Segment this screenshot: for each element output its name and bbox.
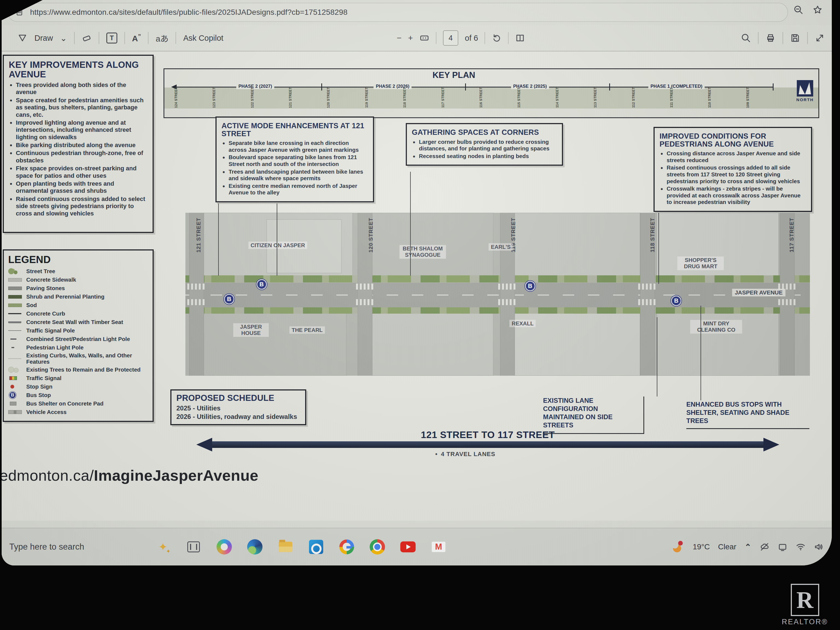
legend-swatch-icon — [8, 374, 24, 382]
legend-item: Vehicle Access — [8, 409, 148, 415]
key-plan-street-label: 113 STREET — [594, 87, 597, 108]
monitor-screen: https://www.edmonton.ca/sites/default/fi… — [2, 0, 832, 565]
gathering-spaces-panel: GATHERING SPACES AT CORNERS Larger corne… — [406, 123, 563, 166]
crosswalk — [187, 284, 205, 290]
text-box-tool-icon[interactable]: T — [106, 33, 117, 43]
ask-copilot-button[interactable]: Ask Copilot — [183, 34, 223, 43]
map-building-label: MINT DRY CLEANING CO — [690, 320, 742, 333]
fit-to-width-icon[interactable] — [420, 33, 429, 43]
legend-item: Stop Sign — [8, 383, 148, 390]
gmail-app-button[interactable]: M — [430, 539, 447, 555]
north-logo-icon — [797, 80, 813, 96]
edge-app-button[interactable] — [246, 539, 263, 555]
legend-swatch-icon — [8, 327, 24, 334]
bullet-item: Space created for pedestrian amenities s… — [9, 97, 148, 118]
toolbar-separator — [74, 32, 75, 44]
bus-stop-letter: B — [9, 392, 16, 399]
bus-stop-icon: B — [671, 295, 681, 306]
google-app-button[interactable] — [338, 539, 355, 555]
search-highlights-icon[interactable]: ✦ ✦ — [155, 539, 171, 555]
panel-title: KEY IMPROVEMENTS ALONG AVENUE — [9, 60, 148, 79]
task-view-button[interactable] — [185, 539, 202, 555]
address-bar[interactable]: https://www.edmonton.ca/sites/default/fi… — [8, 3, 788, 22]
bullet-item: Trees provided along both sides of the a… — [9, 82, 148, 96]
street-range-annotation: 121 STREET TO 117 STREET 4 TRAVEL LANES — [196, 429, 780, 459]
connected-devices-icon[interactable] — [778, 542, 788, 552]
copilot-icon — [216, 539, 232, 554]
phase-tick — [773, 84, 774, 90]
outlook-icon — [309, 540, 323, 554]
crosswalk — [187, 299, 205, 305]
bullet-list: Larger corner bulbs provided to reduce c… — [412, 139, 557, 160]
page-view-icon[interactable] — [515, 33, 525, 43]
url-text[interactable]: https://www.edmonton.ca/sites/default/fi… — [30, 8, 347, 17]
favorites-star-icon[interactable] — [813, 5, 823, 15]
youtube-app-button[interactable] — [400, 539, 416, 555]
key-plan-street-label: 115 STREET — [517, 87, 521, 108]
legend-item: Combined Street/Pedestrian Light Pole — [8, 336, 148, 343]
crosswalk — [498, 284, 516, 290]
zoom-out-icon[interactable] — [794, 5, 804, 15]
schedule-line: 2025 - Utilities — [176, 404, 300, 412]
legend-item: Concrete Seat Wall with Timber Seat — [8, 319, 148, 326]
zoom-out-button[interactable]: − — [397, 33, 402, 43]
callout-label: EXISTING LANE CONFIGURATION MAINTAINED O… — [543, 396, 644, 434]
legend-item-label: Existing Trees to Remain and Be Protecte… — [26, 367, 141, 373]
legend-item-label: Traffic Signal Pole — [26, 328, 75, 334]
legend-item: Pedestrian Light Pole — [8, 344, 148, 351]
key-plan-street-label: 110 STREET — [707, 87, 712, 108]
leader-line — [658, 213, 659, 284]
realtor-label: REALTOR® — [782, 618, 828, 626]
draw-button[interactable]: Draw — [35, 34, 53, 43]
legend-item: Existing Trees to Remain and Be Protecte… — [8, 366, 148, 373]
legend-swatch-icon — [8, 293, 24, 300]
legend-item: B Bus Stop — [8, 392, 148, 399]
north-label: NORTH — [794, 97, 816, 102]
monitor-bezel-corner — [2, 0, 43, 20]
chrome-app-button[interactable] — [369, 539, 385, 555]
rotate-icon[interactable] — [492, 33, 502, 43]
legend-item: Existing Curbs, Walks, Walls, and Other … — [8, 352, 148, 365]
onedrive-paused-icon[interactable] — [759, 542, 769, 552]
bus-stop-icon: B — [224, 294, 234, 304]
youtube-icon — [400, 542, 415, 553]
page-number-input[interactable]: 4 — [443, 30, 458, 46]
legend-item-label: Concrete Sidewalk — [26, 277, 76, 283]
volume-icon[interactable] — [814, 542, 824, 552]
realtor-watermark: R REALTOR® — [782, 584, 828, 626]
zoom-in-button[interactable]: + — [408, 33, 413, 43]
weather-condition[interactable]: Clear — [718, 543, 736, 551]
map-building-label: REXALL — [509, 320, 536, 327]
draw-icon[interactable] — [17, 33, 27, 43]
north-indicator: NORTH — [794, 80, 816, 102]
toolbar-separator — [436, 32, 436, 44]
copilot-app-button[interactable] — [216, 539, 232, 555]
save-icon[interactable] — [790, 33, 800, 43]
taskbar-search-input[interactable]: Type here to search — [9, 542, 84, 552]
wifi-icon[interactable] — [796, 542, 805, 552]
file-explorer-button[interactable] — [277, 539, 294, 555]
weather-temperature[interactable]: 19°C — [693, 543, 710, 551]
tray-chevron-up-icon[interactable]: ⌃ — [745, 542, 752, 552]
legend-swatch-icon — [8, 336, 24, 343]
translate-icon[interactable]: aあ — [156, 32, 169, 44]
expand-icon[interactable] — [815, 33, 825, 43]
outlook-app-button[interactable] — [308, 539, 324, 555]
toolbar-separator — [508, 32, 508, 44]
photo-of-monitor: https://www.edmonton.ca/sites/default/fi… — [0, 0, 840, 630]
draw-caret-icon[interactable]: ⌄ — [60, 33, 67, 43]
site-plan-map: 121 STREET120 STREET119 STREET118 STREET… — [185, 213, 810, 376]
pdf-toolbar: Draw ⌄ T A aあ Ask Copilot − + 4 of 6 — [2, 25, 832, 51]
jasper-avenue-label: JASPER AVENUE — [732, 289, 785, 297]
weather-icon[interactable] — [673, 541, 684, 553]
read-aloud-icon[interactable]: A — [132, 33, 141, 43]
legend-list: Street Tree Concrete Sidewalk Paving Sto… — [8, 268, 148, 415]
print-icon[interactable] — [766, 33, 775, 43]
map-building-block — [372, 311, 493, 376]
bullet-item: Larger corner bulbs provided to reduce c… — [412, 139, 557, 152]
crosswalk — [638, 299, 656, 305]
eraser-icon[interactable] — [82, 33, 92, 43]
search-document-icon[interactable] — [741, 33, 751, 43]
map-street-label: 118 STREET — [649, 218, 656, 253]
key-plan-title: KEY PLAN — [433, 70, 475, 80]
